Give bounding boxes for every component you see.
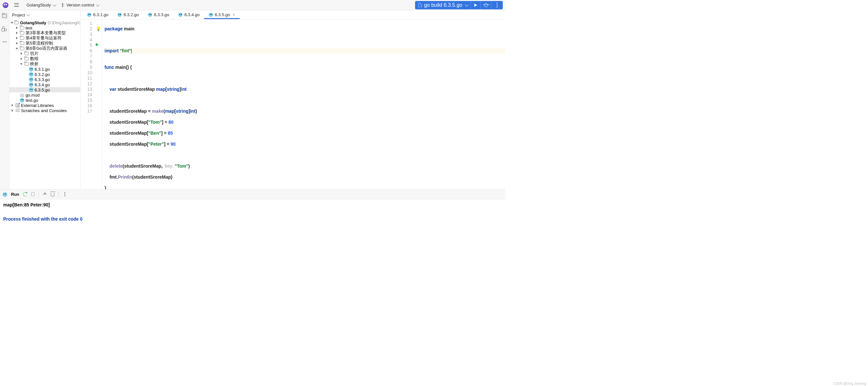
tree-root[interactable]: GolangStudy D:\DingJiaxiong\GolangStudy [9, 20, 80, 25]
tree-folder[interactable]: 第6章Go语言内置容器 [9, 46, 80, 51]
root-name: GolangStudy [20, 20, 46, 25]
go-file-icon [209, 12, 213, 17]
editor-tab-active[interactable]: 6.3.5.go× [204, 10, 240, 19]
tree-file[interactable]: 6.3.2.go [9, 72, 80, 77]
go-file-icon [29, 72, 33, 76]
project-name: GolangStudy [27, 3, 51, 7]
chevron-down-icon [465, 3, 468, 6]
console-output[interactable]: map[Ben:85 Peter:90] Process finished wi… [0, 199, 505, 224]
folder-icon [25, 52, 29, 55]
run-tab-label[interactable]: Run [11, 192, 19, 197]
expand-toggle[interactable] [20, 52, 23, 55]
tree-folder[interactable]: 第5章流程控制 [9, 41, 80, 46]
go-file-icon [29, 82, 33, 87]
project-view-title: Project [12, 12, 25, 17]
expand-toggle[interactable] [20, 57, 23, 60]
console-exit-line: Process finished with the exit code 0 [3, 215, 502, 222]
expand-toggle[interactable] [11, 109, 14, 112]
bug-icon [484, 3, 488, 7]
tree-file-selected[interactable]: 6.3.5.go [9, 87, 80, 93]
tree-scratches[interactable]: Scratches and Consoles [9, 108, 80, 113]
root-path: D:\DingJiaxiong\GolangStudy [48, 20, 80, 25]
folder-icon [20, 47, 24, 50]
code-content[interactable]: package main import "fmt" func main() { … [102, 20, 505, 189]
expand-toggle[interactable] [15, 36, 19, 40]
run-config-widget: go build 6.3.5.go [415, 1, 503, 9]
run-gutter-icon[interactable] [96, 43, 99, 46]
go-file-icon [29, 87, 33, 92]
more-tool-button[interactable] [1, 38, 8, 45]
vcs-label: Version control [66, 3, 94, 7]
tree-folder[interactable]: 切片 [9, 51, 80, 56]
structure-icon [2, 27, 7, 31]
expand-toggle[interactable] [15, 47, 19, 50]
update-badge-icon [19, 102, 20, 104]
expand-toggle[interactable] [11, 21, 13, 24]
expand-toggle[interactable] [11, 104, 14, 107]
tree-external-libraries[interactable]: External Libraries [9, 103, 80, 108]
titlebar: GolangStudy Version control go build 6.3… [0, 0, 505, 10]
separator [58, 191, 59, 197]
go-file-icon [20, 98, 24, 102]
rerun-button[interactable] [23, 192, 27, 197]
project-tree[interactable]: GolangStudy D:\DingJiaxiong\GolangStudy … [9, 20, 80, 189]
run-button[interactable] [471, 1, 481, 9]
close-tab-button[interactable]: × [232, 12, 235, 17]
structure-tool-button[interactable] [1, 25, 8, 32]
editor-tabs: 6.3.1.go 6.3.2.go 6.3.3.go 6.3.4.go 6.3.… [81, 10, 505, 20]
project-sidebar: Project GolangStudy D:\DingJiaxiong\Gola… [9, 10, 81, 189]
stop-button[interactable] [31, 192, 35, 196]
chevron-down-icon [53, 3, 56, 6]
app-logo-icon [3, 2, 8, 8]
tree-file[interactable]: 6.3.3.go [9, 77, 80, 82]
tree-folder[interactable]: 映射 [9, 61, 80, 67]
console-line: map[Ben:85 Peter:90] [3, 201, 502, 208]
project-selector[interactable]: GolangStudy [24, 1, 58, 9]
separator [38, 191, 39, 197]
tree-file[interactable]: 6.3.1.go [9, 67, 80, 72]
tree-file[interactable]: go.mod [9, 93, 80, 98]
go-file-icon [29, 77, 33, 82]
more-run-actions-button[interactable] [62, 192, 67, 197]
folder-icon [20, 31, 24, 35]
run-config-label: go build 6.3.5.go [424, 2, 462, 8]
scroll-to-top-button[interactable] [43, 192, 47, 197]
line-number-gutter: 1234567891011121314151617 [81, 20, 95, 189]
tree-folder[interactable]: test [9, 25, 80, 30]
editor-tab[interactable]: 6.3.2.go [113, 10, 143, 19]
run-toolbar: Run [0, 189, 505, 199]
code-editor[interactable]: 1234567891011121314151617 💡 package main… [81, 20, 505, 189]
editor-tab[interactable]: 6.3.1.go [83, 10, 113, 19]
expand-toggle[interactable] [20, 62, 23, 66]
intention-bulb-icon[interactable]: 💡 [96, 26, 101, 32]
expand-toggle[interactable] [15, 26, 19, 29]
tree-folder[interactable]: 数组 [9, 56, 80, 61]
project-view-selector[interactable]: Project [9, 10, 80, 20]
folder-icon [20, 36, 24, 40]
scratches-icon [16, 109, 20, 112]
tree-file[interactable]: test.go [9, 98, 80, 103]
tree-folder[interactable]: 第3章基本变量与类型 [9, 30, 80, 36]
clear-console-button[interactable] [51, 192, 54, 197]
folder-icon [20, 42, 24, 45]
text-caret [131, 49, 132, 54]
run-config-selector[interactable]: go build 6.3.5.go [415, 1, 471, 9]
project-tool-button[interactable] [1, 12, 8, 20]
debug-button[interactable] [481, 1, 491, 9]
folder-icon [2, 14, 7, 18]
editor-tab[interactable]: 6.3.3.go [143, 10, 174, 19]
expand-toggle[interactable] [15, 42, 19, 45]
dots-vertical-icon [495, 3, 499, 7]
chevron-down-icon [96, 3, 100, 6]
editor-tab[interactable]: 6.3.4.go [174, 10, 204, 19]
expand-toggle[interactable] [15, 31, 19, 35]
folder-icon [25, 62, 29, 66]
tree-folder[interactable]: 第4章常量与运算符 [9, 36, 80, 41]
go-file-icon [3, 192, 7, 197]
gomod-icon [20, 93, 24, 97]
tree-file[interactable]: 6.3.4.go [9, 82, 80, 87]
tool-window-strip [0, 10, 9, 189]
main-menu-button[interactable] [12, 1, 21, 9]
more-actions-button[interactable] [491, 1, 503, 9]
vcs-selector[interactable]: Version control [58, 1, 101, 9]
